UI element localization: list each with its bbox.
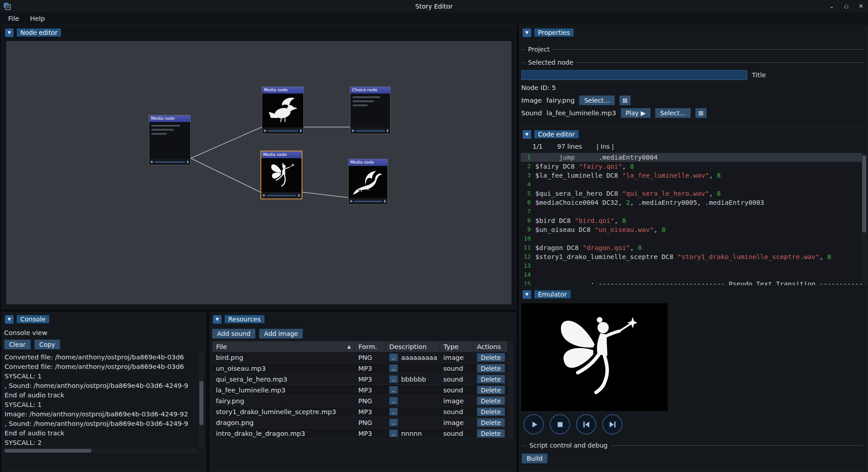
code-line[interactable]: 6$mediaChoice0004 DC32, 2, .mediaEntry00… xyxy=(521,198,867,207)
collapse-icon[interactable]: ▼ xyxy=(523,130,531,139)
node-controls[interactable]: ▶▮ xyxy=(149,159,190,165)
delete-button[interactable]: Delete xyxy=(477,418,505,427)
graph-node5[interactable]: Media node▶▮ xyxy=(348,159,388,205)
sound-select-button[interactable]: Select... xyxy=(655,108,691,118)
table-row[interactable]: intro_drako_le_dragon.mp3MP3..nnnnnsound… xyxy=(212,428,513,439)
sound-play-button[interactable]: Play ▶ xyxy=(621,108,651,118)
graph-node1[interactable]: Media node▶▮ xyxy=(149,115,191,165)
code-line[interactable]: 4 xyxy=(521,180,867,189)
console-vertical-scrollbar[interactable] xyxy=(199,353,204,448)
node-volume-icon[interactable]: ▮ xyxy=(298,192,300,198)
node-seek-bar[interactable] xyxy=(267,195,296,196)
node-play-icon[interactable]: ▶ xyxy=(263,192,265,198)
code-line[interactable]: 11$dragon DC8 "dragon.qoi", 8 xyxy=(521,243,867,252)
graph-node4[interactable]: Media node▶▮ xyxy=(260,151,302,199)
stop-button[interactable] xyxy=(550,414,570,434)
edit-description-button[interactable]: .. xyxy=(389,408,398,415)
window-close-button[interactable]: ✕ xyxy=(859,3,863,9)
code-line[interactable]: 5$qui_sera_le_hero DC8 "qui_sera_le_hero… xyxy=(521,189,867,198)
node-play-icon[interactable]: ▶ xyxy=(350,198,353,204)
code-line[interactable]: 9$un_oiseau DC8 "un_oiseau.wav", 8 xyxy=(521,225,867,234)
delete-button[interactable]: Delete xyxy=(477,396,505,405)
collapse-icon[interactable]: ▼ xyxy=(523,28,531,37)
edit-description-button[interactable]: .. xyxy=(389,375,398,383)
node-volume-icon[interactable]: ▮ xyxy=(387,127,388,134)
code-line[interactable]: 14 xyxy=(521,270,867,279)
code-line[interactable]: 10 xyxy=(521,234,867,243)
delete-button[interactable]: Delete xyxy=(477,407,505,416)
image-select-button[interactable]: Select... xyxy=(579,95,615,105)
node-volume-icon[interactable]: ▮ xyxy=(300,127,302,134)
code-vertical-scrollbar[interactable] xyxy=(862,153,867,285)
image-clear-button[interactable]: ⊠ xyxy=(619,95,631,105)
console-clear-button[interactable]: Clear xyxy=(4,340,31,349)
edit-description-button[interactable]: .. xyxy=(389,419,398,426)
edit-description-button[interactable]: .. xyxy=(389,354,398,361)
table-row[interactable]: dragon.pngPNG..imageDelete xyxy=(212,417,513,428)
node-controls[interactable]: ▶▮ xyxy=(349,198,387,204)
node-seek-bar[interactable] xyxy=(155,161,185,163)
window-maximize-button[interactable]: ◇ xyxy=(844,3,849,9)
code-line[interactable]: 2$fairy DC8 "fairy.qoi", 8 xyxy=(521,162,867,171)
code-line[interactable]: 7 xyxy=(521,207,867,216)
step-back-button[interactable] xyxy=(576,414,596,434)
edit-description-button[interactable]: .. xyxy=(389,364,398,372)
window-shade-button[interactable]: ⌄ xyxy=(829,3,834,9)
edit-description-button[interactable]: .. xyxy=(389,430,398,437)
scrollbar-thumb[interactable] xyxy=(5,449,91,453)
delete-button[interactable]: Delete xyxy=(477,386,505,394)
table-row[interactable]: qui_sera_le_hero.mp3MP3..bbbbbbsoundDele… xyxy=(212,374,513,385)
node-volume-icon[interactable]: ▮ xyxy=(384,198,386,204)
menu-item-help[interactable]: Help xyxy=(24,14,50,24)
code-line[interactable]: 3$la_fee_luminelle DC8 "la_fee_luminelle… xyxy=(521,171,867,180)
edit-description-button[interactable]: .. xyxy=(389,397,398,405)
graph-node3[interactable]: Choice node▶▮ xyxy=(350,86,391,134)
title-bar[interactable]: Story Editor ⌄ ◇ ✕ xyxy=(0,0,868,12)
collapse-icon[interactable]: ▼ xyxy=(213,315,222,324)
add-image-button[interactable]: Add image xyxy=(259,329,303,339)
table-row[interactable]: bird.pngPNG..aaaaaaaaaimageDelete xyxy=(212,352,513,363)
table-row[interactable]: story1_drako_luminelle_sceptre.mp3MP3..s… xyxy=(212,406,513,417)
code-line[interactable]: 1 jump .mediaEntry0004 xyxy=(521,153,867,162)
build-button[interactable]: Build xyxy=(522,453,547,463)
node-play-icon[interactable]: ▶ xyxy=(264,127,266,134)
node-controls[interactable]: ▶▮ xyxy=(262,127,303,134)
scrollbar-thumb[interactable] xyxy=(862,156,866,232)
table-row[interactable]: la_fee_luminelle.mp3MP3..soundDelete xyxy=(212,385,513,396)
node-graph-canvas[interactable]: Media node▶▮Media node▶▮Choice node▶▮Med… xyxy=(6,41,512,305)
scrollbar-thumb[interactable] xyxy=(199,381,203,425)
edit-description-button[interactable]: .. xyxy=(389,386,398,394)
step-forward-button[interactable] xyxy=(602,414,623,434)
console-horizontal-scrollbar[interactable] xyxy=(5,448,197,453)
console-copy-button[interactable]: Copy xyxy=(34,340,61,349)
column-header-actions[interactable]: Actions xyxy=(473,341,508,352)
column-header-type[interactable]: Type xyxy=(440,341,473,352)
code-line[interactable]: 12$story1_drako_luminelle_sceptre DC8 "s… xyxy=(521,252,867,261)
title-input[interactable] xyxy=(521,70,747,80)
graph-node2[interactable]: Media node▶▮ xyxy=(262,86,304,134)
node-controls[interactable]: ▶▮ xyxy=(350,127,390,134)
collapse-icon[interactable]: ▼ xyxy=(523,290,531,299)
code-line[interactable]: 15 ; -------------------------------- Ps… xyxy=(521,279,867,285)
table-row[interactable]: fairy.pngPNG..imageDelete xyxy=(212,396,513,406)
delete-button[interactable]: Delete xyxy=(477,364,505,373)
code-area[interactable]: 1 jump .mediaEntry00042$fairy DC8 "fairy… xyxy=(521,153,867,285)
table-scrollbar[interactable] xyxy=(508,341,513,352)
delete-button[interactable]: Delete xyxy=(477,353,505,362)
collapse-icon[interactable]: ▼ xyxy=(5,315,14,324)
play-button[interactable] xyxy=(524,414,544,434)
node-seek-bar[interactable] xyxy=(356,130,385,132)
table-row[interactable]: un_oiseau.mp3MP3..soundDelete xyxy=(212,363,513,374)
console-log[interactable]: Converted file: /home/anthony/ostproj/ba… xyxy=(5,353,197,448)
node-play-icon[interactable]: ▶ xyxy=(352,127,354,134)
delete-button[interactable]: Delete xyxy=(477,429,505,438)
node-controls[interactable]: ▶▮ xyxy=(261,192,302,198)
delete-button[interactable]: Delete xyxy=(477,375,505,383)
column-header-description[interactable]: Description xyxy=(386,341,440,352)
node-volume-icon[interactable]: ▮ xyxy=(187,159,189,165)
menu-item-file[interactable]: File xyxy=(3,14,24,24)
node-play-icon[interactable]: ▶ xyxy=(151,159,153,165)
column-header-file[interactable]: File▲ xyxy=(212,341,355,352)
column-header-form[interactable]: Form. xyxy=(355,341,386,352)
collapse-icon[interactable]: ▼ xyxy=(5,28,14,37)
